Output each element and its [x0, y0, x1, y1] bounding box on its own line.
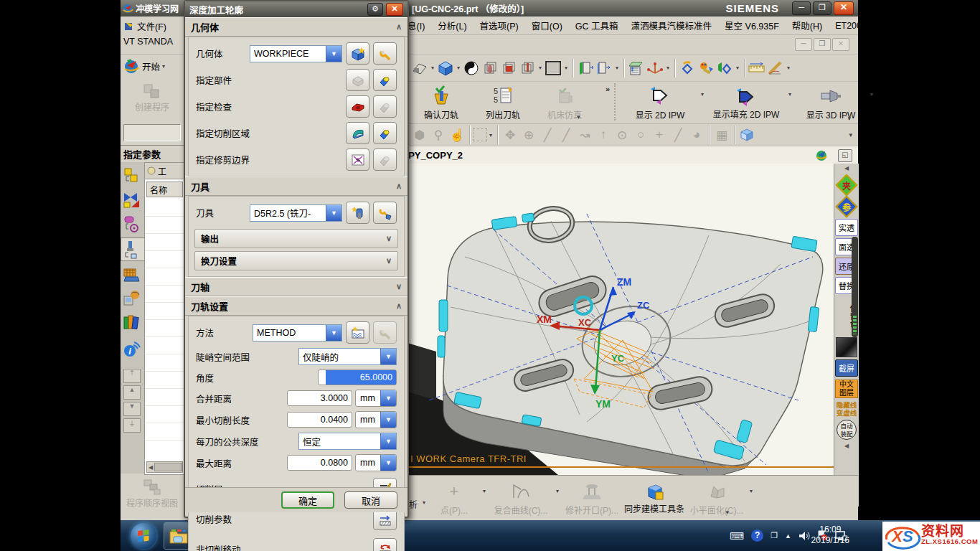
protractor-icon[interactable] — [766, 59, 785, 77]
toolbar-overflow-chevron[interactable]: » — [606, 85, 610, 93]
minimize-button[interactable]: ─ — [792, 1, 811, 15]
selection-caret[interactable]: ▾ — [489, 132, 492, 138]
move-object-icon[interactable] — [678, 59, 697, 77]
menu-et2008[interactable]: ET2008 — [835, 21, 867, 31]
point-caret[interactable]: ▾ — [483, 488, 486, 494]
merge-unit-dropdown[interactable]: mm▼ — [355, 390, 397, 407]
datum-caret[interactable]: ▾ — [539, 65, 542, 71]
resource-tab-library[interactable] — [122, 313, 143, 332]
ipw-toolbar-caret[interactable]: ▾ — [847, 115, 851, 122]
resource-tab-program-order[interactable] — [122, 166, 143, 186]
csys-orientation-icon[interactable] — [646, 59, 664, 77]
analysis-caret[interactable]: ▾ — [423, 499, 425, 506]
param-diamond-button[interactable]: 参 — [837, 197, 856, 216]
ipw2d-caret[interactable]: ▾ — [701, 91, 704, 98]
showhide-caret[interactable]: ▾ — [736, 65, 739, 71]
ruler-caret[interactable]: ▾ — [787, 65, 790, 71]
wireframe-cube-icon[interactable] — [481, 59, 499, 77]
snap-line2-icon[interactable]: ╱ — [557, 126, 575, 144]
navigator-tab[interactable]: 工 — [145, 163, 184, 179]
sketch-caret[interactable]: ▾ — [431, 65, 434, 71]
dialog-titlebar[interactable]: 深度加工轮廓 ⚙ ✕ — [185, 1, 407, 17]
menu-preferences[interactable]: 首选项(P) — [480, 19, 519, 32]
tool-dropdown-arrow[interactable]: ▼ — [326, 205, 341, 221]
navigator-hscrollbar[interactable]: ◀ — [146, 461, 183, 473]
tool-dropdown[interactable]: D5R2.5 (铣刀-▼ — [250, 204, 342, 222]
keyboard-tray-icon[interactable]: ⌨ — [730, 530, 744, 542]
sync-modeling-button[interactable]: 同步建模工具条 — [623, 481, 686, 514]
geometry-dropdown[interactable]: WORKPIECE▼ — [250, 45, 342, 62]
menu-help[interactable]: 帮助(H) — [792, 19, 822, 32]
thumbnail-button[interactable] — [836, 337, 857, 357]
tool-axis-section-header[interactable]: 刀轴∨ — [185, 277, 407, 296]
left-blank-field[interactable] — [123, 124, 181, 141]
new-tool-button[interactable] — [346, 202, 369, 224]
child-close-button[interactable]: ✕ — [832, 38, 849, 51]
hidden-line-button[interactable]: 隐藏线变虚线 — [835, 401, 858, 417]
machine-simulate-button[interactable]: 机床仿真 — [534, 84, 595, 121]
file-menu[interactable]: 文件(F) — [121, 17, 184, 35]
start-dropdown-caret[interactable]: ▾ — [162, 63, 165, 70]
menu-xingkong[interactable]: 星空 V6.935F — [725, 19, 779, 32]
snap-point-icon[interactable]: ⚲ — [429, 126, 448, 144]
steep-dropdown-arrow[interactable]: ▼ — [380, 349, 396, 364]
taskbar-clock[interactable]: 16:09 2019/1/16 — [811, 524, 849, 546]
specify-cut-area-icon-button[interactable] — [346, 122, 369, 144]
window-tray-icon[interactable]: ❐ — [771, 531, 778, 540]
verify-toolpath-button[interactable]: 确认刀轨 — [410, 84, 472, 121]
scroll-bottom-button[interactable]: ⍊ — [123, 418, 141, 433]
chinese-layer-button[interactable]: 中文图层 — [835, 380, 858, 398]
status-nx-icon[interactable] — [816, 149, 828, 161]
csys-caret[interactable]: ▾ — [666, 65, 669, 71]
cancel-button[interactable]: 取消 — [344, 491, 397, 509]
snap-face-icon[interactable]: ◕ — [687, 126, 706, 144]
snap-plus-icon[interactable]: + — [650, 126, 669, 144]
palette-key-icon[interactable] — [697, 59, 715, 77]
hscroll-thumb[interactable] — [154, 463, 182, 471]
common-depth-dropdown[interactable]: 恒定▼ — [298, 433, 397, 450]
scroll-down-button[interactable]: ▼ — [123, 402, 141, 416]
patch-opening-button[interactable]: 修补开口(P)... — [561, 479, 623, 516]
merge-unit-arrow[interactable]: ▼ — [380, 390, 396, 406]
tray-expand-arrow[interactable]: ▲ — [785, 532, 791, 540]
datum-cube-icon[interactable] — [518, 59, 537, 77]
shaded-caret[interactable]: ▾ — [457, 65, 460, 71]
solid-transparent-button[interactable]: 实透 — [835, 219, 858, 236]
sidebar-bottom-arrow[interactable]: ◀ — [834, 443, 859, 449]
render-style-icon[interactable] — [462, 59, 481, 77]
resource-tab-tool-view-selected[interactable] — [121, 237, 144, 261]
volume-tray-icon[interactable] — [798, 531, 810, 541]
page-forward-icon[interactable] — [576, 59, 595, 77]
selection-rect-icon[interactable] — [473, 128, 487, 141]
sidebar-collapse-arrow[interactable]: ◀ — [834, 164, 859, 173]
menu-gc-toolbox[interactable]: GC 工具箱 — [575, 19, 618, 32]
output-group-bar[interactable]: 输出∨ — [194, 229, 398, 248]
display-caret[interactable]: ▾ — [565, 65, 567, 71]
close-button[interactable]: ✕ — [834, 1, 854, 15]
snap-hand-icon[interactable]: ☝ — [448, 126, 466, 144]
screenshot-button[interactable]: 截屏 — [835, 359, 858, 377]
geometry-section-header[interactable]: 几何体∧ — [185, 17, 407, 37]
snap-solid-icon[interactable]: ⬢ — [410, 126, 429, 144]
snap-cube-icon[interactable] — [738, 126, 756, 144]
path-settings-section-header[interactable]: 刀轨设置∧ — [185, 296, 407, 316]
edit-geometry-wrench-button[interactable] — [373, 42, 397, 65]
specify-trim-flashlight-button[interactable] — [373, 149, 397, 171]
hscroll-left-arrow[interactable]: ◀ — [149, 464, 153, 471]
method-dropdown[interactable]: METHOD▼ — [253, 324, 342, 342]
dialog-gear-icon[interactable]: ⚙ — [367, 3, 383, 16]
analysis-partial-label[interactable]: 析 — [409, 498, 418, 510]
restore-button[interactable]: ❐ — [813, 1, 831, 15]
menu-analysis[interactable]: 分析(L) — [438, 19, 466, 32]
menu-mold-standard[interactable]: 潇洒模具汽模标准件 — [631, 19, 712, 32]
page-caret[interactable]: ▾ — [616, 65, 618, 71]
snap-arrow-icon[interactable]: ↑ — [594, 126, 613, 144]
graphics-viewport[interactable]: ZM ZC XM XC YC YM I WORK Camera TFR-TRI — [407, 164, 834, 475]
new-geometry-button[interactable] — [346, 42, 369, 65]
method-dropdown-arrow[interactable]: ▼ — [326, 325, 341, 341]
list-toolpath-button[interactable]: 55 列出刀轨 — [472, 84, 534, 121]
toolchange-group-bar[interactable]: 换刀设置∨ — [194, 251, 398, 270]
snap-circle-center-icon[interactable]: ⊙ — [613, 126, 631, 144]
new-method-button[interactable] — [346, 321, 369, 344]
ipw3d-caret[interactable]: ▾ — [870, 91, 873, 98]
